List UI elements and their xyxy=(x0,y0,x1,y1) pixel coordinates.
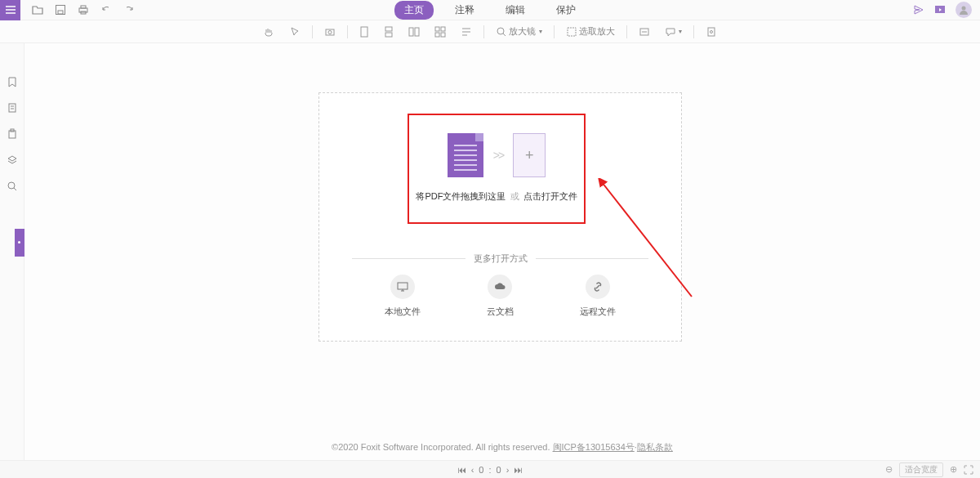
drop-drag-label: 将PDF文件拖拽到这里 xyxy=(416,191,506,201)
svg-rect-9 xyxy=(361,27,368,37)
magnifier-label: 放大镜 xyxy=(509,25,536,38)
prev-page-icon[interactable]: ‹ xyxy=(471,465,474,475)
app-menu-button[interactable] xyxy=(0,0,20,20)
open-local-button[interactable]: 本地文件 xyxy=(385,275,421,318)
status-bar: ⏮ ‹ 0 : 0 › ⏭ ⊖ 适合宽度 ⊕ xyxy=(0,460,980,478)
clipboard-icon[interactable] xyxy=(7,128,18,140)
svg-rect-16 xyxy=(435,33,439,37)
open-cloud-button[interactable]: 云文档 xyxy=(487,275,514,318)
save-icon[interactable] xyxy=(55,4,66,16)
bookmarks-icon[interactable] xyxy=(7,76,18,87)
add-file-box[interactable]: + xyxy=(513,133,546,177)
start-card: >> + 将PDF文件拖拽到这里 或 点击打开文件 更多打开方式 本地文件 云文… xyxy=(318,92,682,342)
open-remote-label: 远程文件 xyxy=(580,306,616,318)
chevron-down-icon: ▾ xyxy=(539,28,542,35)
page-current: 0 xyxy=(479,465,483,475)
drop-zone[interactable]: >> + xyxy=(448,133,546,177)
redo-icon[interactable] xyxy=(123,4,135,16)
drop-click-link[interactable]: 点击打开文件 xyxy=(523,191,577,201)
svg-point-22 xyxy=(710,30,713,33)
copyright: ©2020 Foxit Software Incorporated. All r… xyxy=(24,441,980,453)
sidebar-collapse-handle[interactable] xyxy=(15,229,24,257)
svg-rect-21 xyxy=(708,28,715,36)
copyright-text: ©2020 Foxit Software Incorporated. All r… xyxy=(332,442,550,452)
open-local-label: 本地文件 xyxy=(385,306,421,318)
topbar-right xyxy=(913,2,972,18)
start-page: >> + 将PDF文件拖拽到这里 或 点击打开文件 更多打开方式 本地文件 云文… xyxy=(24,43,980,460)
svg-point-6 xyxy=(962,7,966,11)
link-icon xyxy=(586,275,610,299)
zoom-in-icon[interactable]: ⊕ xyxy=(950,464,957,475)
tab-home[interactable]: 主页 xyxy=(394,1,434,20)
svg-rect-23 xyxy=(9,104,16,112)
open-options: 本地文件 云文档 远程文件 xyxy=(319,275,681,318)
svg-rect-13 xyxy=(415,28,419,36)
zoom-out-icon[interactable]: ⊖ xyxy=(885,464,893,475)
print-icon[interactable] xyxy=(78,4,89,16)
monitor-icon xyxy=(390,275,415,299)
svg-rect-1 xyxy=(58,11,63,14)
tab-edit[interactable]: 编辑 xyxy=(496,1,535,20)
attachment-icon[interactable] xyxy=(702,26,720,38)
separator xyxy=(626,25,627,38)
page-total: 0 xyxy=(497,465,501,475)
svg-rect-0 xyxy=(56,6,65,15)
separator xyxy=(554,25,555,38)
status-right: ⊖ 适合宽度 ⊕ xyxy=(885,462,973,477)
typewriter-icon[interactable] xyxy=(635,26,653,38)
undo-icon[interactable] xyxy=(100,4,112,16)
zoom-mode[interactable]: 适合宽度 xyxy=(899,462,943,477)
cloud-icon xyxy=(488,275,512,299)
ribbon-toolbar: 放大镜 ▾ 选取放大 ▾ xyxy=(0,20,980,43)
user-avatar[interactable] xyxy=(956,2,972,18)
continuous-page-icon[interactable] xyxy=(381,26,397,38)
pdf-document-icon xyxy=(448,133,483,177)
privacy-link[interactable]: 隐私条款 xyxy=(637,442,673,452)
marquee-zoom-label: 选取放大 xyxy=(579,25,615,38)
share-icon[interactable] xyxy=(913,4,924,16)
more-open-label: 更多打开方式 xyxy=(474,252,528,265)
reflow-icon[interactable] xyxy=(457,26,475,38)
continuous-facing-icon[interactable] xyxy=(431,26,449,38)
open-icon[interactable] xyxy=(32,4,43,16)
single-page-icon[interactable] xyxy=(356,26,372,38)
drop-or-label: 或 xyxy=(510,191,519,201)
svg-rect-11 xyxy=(385,33,392,37)
tab-annotate[interactable]: 注释 xyxy=(445,1,484,20)
svg-rect-12 xyxy=(409,28,413,36)
drop-text: 将PDF文件拖拽到这里 或 点击打开文件 xyxy=(416,190,577,203)
hand-tool-icon[interactable] xyxy=(260,26,278,38)
ribbon-tabs: 主页 注释 编辑 保护 xyxy=(394,1,586,20)
tab-protect[interactable]: 保护 xyxy=(546,1,586,20)
facing-page-icon[interactable] xyxy=(405,26,423,38)
search-icon[interactable] xyxy=(7,181,18,192)
svg-point-8 xyxy=(328,30,332,34)
icp-link[interactable]: 闽ICP备13015634号 xyxy=(553,442,635,452)
fullscreen-icon[interactable] xyxy=(964,465,973,475)
select-tool-icon[interactable] xyxy=(286,26,304,38)
title-bar: 主页 注释 编辑 保护 xyxy=(0,0,980,20)
svg-rect-19 xyxy=(568,28,576,36)
drop-zone-highlight: >> + 将PDF文件拖拽到这里 或 点击打开文件 xyxy=(408,114,586,224)
presentation-icon[interactable] xyxy=(934,4,946,16)
svg-point-18 xyxy=(497,28,504,34)
more-open-divider: 更多打开方式 xyxy=(352,252,648,265)
separator xyxy=(347,25,348,38)
arrow-right-icon: >> xyxy=(493,149,503,162)
svg-rect-17 xyxy=(441,33,445,37)
open-remote-button[interactable]: 远程文件 xyxy=(580,275,616,318)
svg-point-26 xyxy=(8,182,15,189)
svg-rect-27 xyxy=(398,283,408,289)
note-icon[interactable]: ▾ xyxy=(662,26,685,38)
layers-icon[interactable] xyxy=(7,154,18,166)
separator xyxy=(483,25,484,38)
first-page-icon[interactable]: ⏮ xyxy=(457,465,466,475)
next-page-icon[interactable]: › xyxy=(506,465,510,475)
pages-icon[interactable] xyxy=(7,102,18,114)
last-page-icon[interactable]: ⏭ xyxy=(514,465,523,475)
magnifier-tool[interactable]: 放大镜 ▾ xyxy=(492,25,546,38)
snapshot-icon[interactable] xyxy=(321,26,339,38)
svg-rect-10 xyxy=(385,27,392,31)
svg-rect-3 xyxy=(81,6,86,8)
marquee-zoom-tool[interactable]: 选取放大 xyxy=(563,25,618,38)
